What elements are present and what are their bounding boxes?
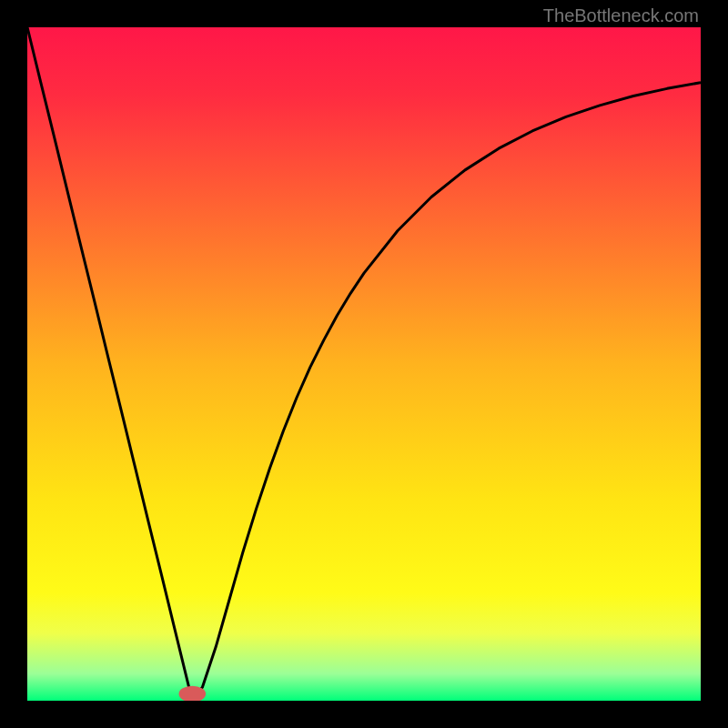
attribution-text: TheBottleneck.com [543, 5, 699, 26]
bottleneck-chart [27, 27, 701, 701]
chart-frame: TheBottleneck.com [0, 0, 728, 728]
chart-background [27, 27, 701, 701]
